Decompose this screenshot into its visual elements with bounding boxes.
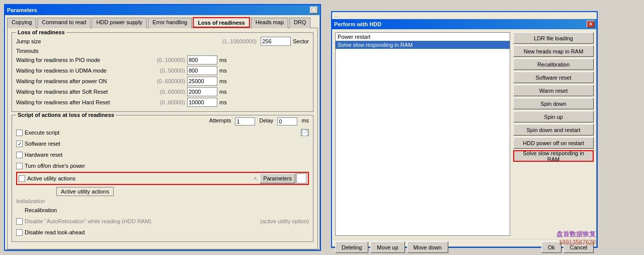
software-reset-label: Software reset [25,141,309,147]
solve-slow-btn[interactable]: Solve slow responding in RAM [513,150,594,162]
parameters-dropdown[interactable] [296,173,306,183]
move-down-btn[interactable]: Move down [407,241,448,253]
disable-autoreloc-checkbox[interactable] [16,218,23,225]
active-utility-label: Active utility actions [27,175,252,181]
execute-script-checkbox[interactable] [16,130,23,136]
execute-script-icon[interactable]: 📄 [301,129,309,136]
timeout-range-2: (0..600000) [142,78,187,84]
list-item-0[interactable]: Power restart [336,33,510,41]
params-close-btn[interactable]: ✕ [310,7,318,14]
spin-up-btn[interactable]: Spin up [513,111,594,122]
timeout-range-1: (0..50000) [142,68,187,74]
perform-bottom-left: Deleting Move up Move down [335,241,448,253]
perform-window-container: ... Perform with HDD ✕ Power restart Sol… [331,6,598,248]
loss-of-readiness-group: Loss of readiness Jump size (1..10000000… [12,32,313,112]
perform-list[interactable]: Power restart Solve slow responding in R… [335,32,510,236]
jump-size-input[interactable] [261,37,291,46]
hdd-power-off-restart-btn[interactable]: HDD power off on restart [513,137,594,149]
timeout-row-2: Waiting for readiness after power ON (0.… [16,77,309,86]
active-utility-row: Active utility actions ↖ Parameters [16,172,309,185]
perform-window: ... Perform with HDD ✕ Power restart Sol… [331,11,598,248]
timeout-range-4: (0..60000) [142,99,187,105]
timeout-range-0: (0..100000) [142,57,187,63]
turnoff-label: Turn off/on drive's power [25,163,309,169]
tab-error-handling[interactable]: Error handling [148,18,192,28]
timeout-unit-1: ms [219,68,227,74]
timeout-unit-0: ms [219,57,227,63]
jump-size-row: Jump size (1..10000000) Sector [16,37,309,46]
disable-readlookahead-checkbox[interactable] [16,229,23,236]
recalibration-row: Recalibration [16,205,309,215]
delay-label: Delay [259,117,273,125]
params-bottom-bar: Default Templates ✕ Cancel ✓ Apply [5,251,320,255]
timeout-input-2[interactable] [187,77,217,86]
perform-title-buttons: ✕ [587,21,595,28]
tab-hdd-power[interactable]: HDD power supply [92,18,147,28]
tab-copying[interactable]: Copying [7,18,36,28]
script-left-col: Attempts Delay ms Execute script 📄 [16,117,309,238]
tab-drq[interactable]: DRQ [289,18,310,28]
script-group-label: Script of actions at loss of readiness [16,112,116,118]
timeout-unit-2: ms [219,78,227,84]
spin-down-btn[interactable]: Spin down [513,98,594,109]
hardware-reset-label: Hardware reset [25,152,309,158]
timeout-label-0: Waiting for readiness in PIO mode [16,57,142,63]
script-group: Script of actions at loss of readiness A… [12,115,313,242]
timeout-input-3[interactable] [187,87,217,96]
watermark-line1: 盘首数据恢复 [556,230,596,239]
hardware-reset-checkbox[interactable] [16,152,23,158]
params-titlebar[interactable]: Parameters ✕ [5,5,320,15]
jump-size-label: Jump size [16,38,56,44]
timeouts-label: Timeouts [16,48,309,54]
loss-group-label: Loss of readiness [16,29,66,35]
parameters-window: Parameters ✕ Copying Command to read HDD… [4,4,321,251]
hardware-reset-row: Hardware reset [16,150,309,160]
software-reset-btn[interactable]: Software reset [513,72,594,83]
active-utility-button[interactable]: Active utility actions [56,187,114,196]
turnoff-row: Turn off/on drive's power [16,161,309,171]
parameters-button[interactable]: Parameters [260,173,295,183]
ldr-file-loading-btn[interactable]: LDR file loading [513,32,594,44]
attempts-label: Attempts [209,117,231,125]
initialization-label: Initialization [16,198,45,204]
perform-close-btn[interactable]: ✕ [587,21,595,28]
new-heads-map-btn[interactable]: New heads map in RAM [513,45,594,57]
perform-content: Power restart Solve slow responding in R… [332,29,597,239]
tab-command-to-read[interactable]: Command to read [37,18,91,28]
disable-readlookahead-label: Disable read look-ahead [25,229,309,235]
active-utility-btn-container: Active utility actions [56,186,309,197]
timeout-unit-3: ms [219,89,227,95]
params-title: Parameters [7,7,37,13]
attempts-input[interactable] [235,117,255,125]
software-reset-checkbox[interactable] [16,141,23,147]
timeout-unit-4: ms [219,99,227,105]
delay-input[interactable] [277,117,297,125]
active-utility-checkbox[interactable] [19,175,25,182]
attempts-delay-row: Attempts Delay ms [16,117,309,125]
watermark-line2: 18913587620 [556,239,596,246]
warm-reset-btn[interactable]: Warm reset [513,85,594,96]
software-reset-row: Software reset [16,139,309,149]
recalibration-label: Recalibration [25,207,309,213]
timeout-range-3: (0..60000) [142,89,187,95]
execute-script-label: Execute script [25,130,299,136]
timeout-row-0: Waiting for readiness in PIO mode (0..10… [16,55,309,65]
timeout-input-0[interactable] [187,55,217,65]
list-item-1[interactable]: Solve slow responding in RAM [336,41,510,49]
disable-autoreloc-row: Disable "AutoRelocation" while reading (… [16,216,309,226]
timeout-row-4: Waiting for readiness after Hard Reset (… [16,98,309,107]
perform-titlebar[interactable]: Perform with HDD ✕ [332,19,597,29]
spin-down-restart-btn[interactable]: Spin down and restart [513,124,594,136]
turnoff-checkbox[interactable] [16,163,23,169]
timeout-input-4[interactable] [187,98,217,107]
tab-loss-of-readiness[interactable]: Loss of readiness [193,17,250,28]
timeouts-section: Timeouts Waiting for readiness in PIO mo… [16,48,309,107]
move-up-btn[interactable]: Move up [370,241,405,253]
timeout-label-3: Waiting for readiness after Soft Reset [16,89,142,95]
timeout-input-1[interactable] [187,66,217,75]
initialization-row: Initialization [16,198,309,204]
deleting-btn[interactable]: Deleting [335,241,368,253]
recalibration-btn[interactable]: Recalibration [513,58,594,70]
params-title-buttons: ✕ [310,7,318,14]
tab-heads-map[interactable]: Heads map [251,18,288,28]
